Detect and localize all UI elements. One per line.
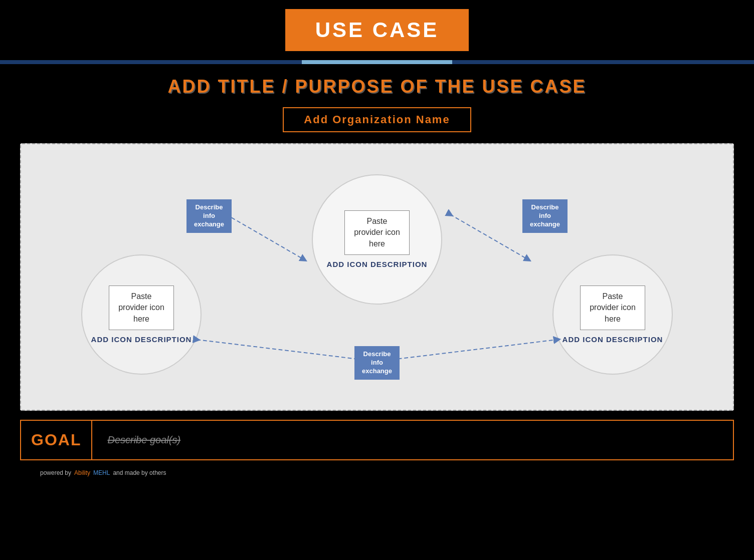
goal-desc: Describe goal(s) <box>107 434 180 446</box>
goal-label-box: GOAL <box>21 421 92 459</box>
center-icon-desc: ADD ICON DESCRIPTION <box>327 260 428 268</box>
footer-powered-by: powered by <box>40 469 71 476</box>
org-name-box[interactable]: Add Organization Name <box>283 107 471 132</box>
right-provider-box[interactable]: Paste provider icon here <box>580 286 645 330</box>
circles-wrapper: Paste provider icon here ADD ICON DESCRI… <box>31 159 723 395</box>
goal-desc-box: Describe goal(s) <box>92 421 733 459</box>
right-icon-desc: ADD ICON DESCRIPTION <box>562 335 663 344</box>
circle-center: Paste provider icon here ADD ICON DESCRI… <box>312 174 442 305</box>
svg-line-2 <box>197 340 362 360</box>
goal-label: GOAL <box>31 431 81 449</box>
diagram-area: Paste provider icon here ADD ICON DESCRI… <box>20 143 734 411</box>
main-content: ADD TITLE / PURPOSE OF THE USE CASE Add … <box>0 64 754 480</box>
accent-bar <box>0 60 754 64</box>
left-provider-box[interactable]: Paste provider icon here <box>109 286 174 330</box>
svg-line-0 <box>226 214 304 259</box>
info-box-top-right[interactable]: Describe info exchange <box>522 199 568 233</box>
svg-line-3 <box>392 340 557 360</box>
page-title: ADD TITLE / PURPOSE OF THE USE CASE <box>20 76 734 97</box>
header-title: USE CASE <box>285 9 469 51</box>
footer-ability: Ability <box>74 469 90 476</box>
footer-others: and made by others <box>113 469 166 476</box>
goal-section: GOAL Describe goal(s) <box>20 420 734 460</box>
svg-line-1 <box>450 214 528 259</box>
footer-bar: powered by Ability MEHL and made by othe… <box>20 465 734 480</box>
footer-mehl: MEHL <box>93 469 110 476</box>
circle-right: Paste provider icon here ADD ICON DESCRI… <box>552 254 673 375</box>
info-box-bottom[interactable]: Describe info exchange <box>354 346 400 380</box>
center-provider-box[interactable]: Paste provider icon here <box>344 210 410 255</box>
info-box-top-left[interactable]: Describe info exchange <box>186 199 232 233</box>
circle-left: Paste provider icon here ADD ICON DESCRI… <box>81 254 202 375</box>
header: USE CASE <box>0 0 754 60</box>
org-name-container: Add Organization Name <box>20 107 734 132</box>
left-icon-desc: ADD ICON DESCRIPTION <box>91 335 192 344</box>
